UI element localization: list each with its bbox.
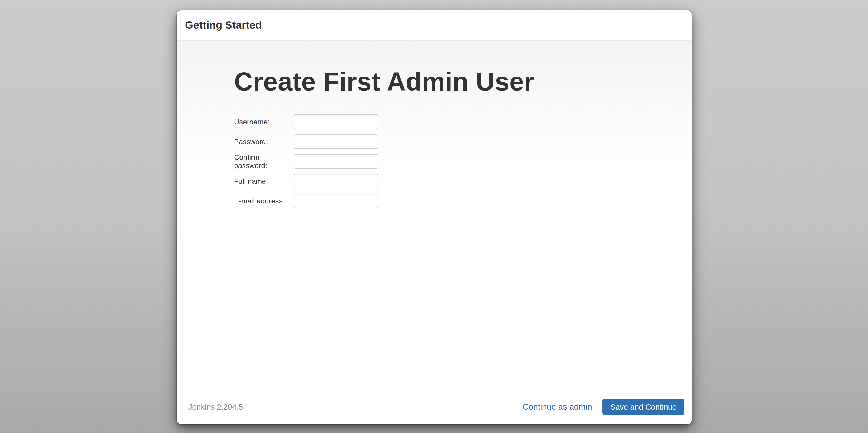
email-input[interactable]: [294, 194, 378, 208]
form-row-username: Username:: [234, 115, 692, 129]
password-input[interactable]: [294, 134, 378, 149]
username-input[interactable]: [294, 115, 378, 129]
email-label: E-mail address:: [234, 197, 294, 205]
create-admin-form: Username: Password: Confirm password: Fu…: [234, 115, 692, 208]
dialog-header: Getting Started: [177, 10, 692, 40]
form-row-email: E-mail address:: [234, 194, 692, 208]
form-row-confirm-password: Confirm password:: [234, 154, 692, 169]
dialog-header-title: Getting Started: [185, 19, 262, 31]
form-row-password: Password:: [234, 134, 692, 149]
page-backdrop: Getting Started Create First Admin User …: [0, 0, 868, 433]
jenkins-version-text: Jenkins 2.204.5: [188, 402, 243, 411]
username-label: Username:: [234, 118, 294, 126]
confirm-password-input[interactable]: [294, 154, 378, 169]
full-name-label: Full name:: [234, 177, 294, 185]
save-and-continue-button[interactable]: Save and Continue: [602, 399, 684, 415]
page-title: Create First Admin User: [234, 67, 692, 97]
form-row-full-name: Full name:: [234, 174, 692, 189]
getting-started-dialog: Getting Started Create First Admin User …: [177, 10, 692, 424]
dialog-footer: Jenkins 2.204.5 Continue as admin Save a…: [177, 389, 692, 424]
full-name-input[interactable]: [294, 174, 378, 189]
continue-as-admin-link[interactable]: Continue as admin: [523, 402, 592, 411]
confirm-password-label: Confirm password:: [234, 153, 294, 170]
dialog-body: Create First Admin User Username: Passwo…: [177, 40, 692, 389]
password-label: Password:: [234, 137, 294, 146]
